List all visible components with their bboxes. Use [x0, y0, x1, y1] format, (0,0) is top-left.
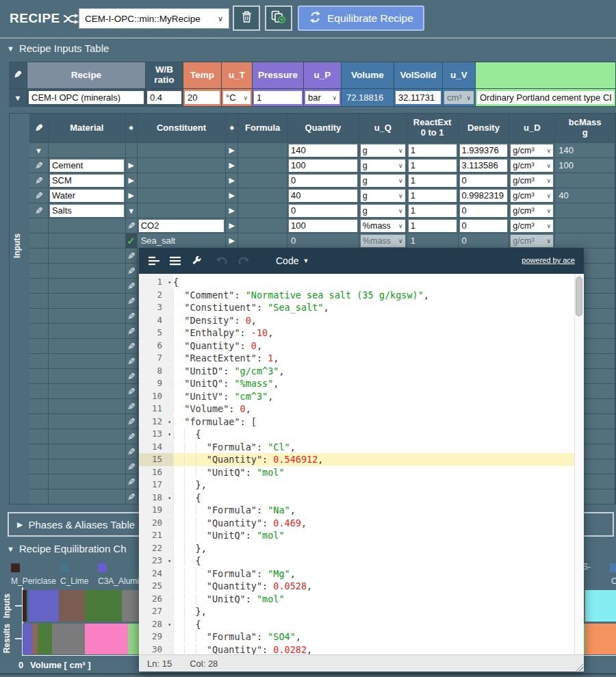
wb-ratio-input[interactable] — [147, 91, 181, 104]
quantity-unit-select[interactable]: g∨ — [361, 144, 405, 157]
material-input[interactable] — [50, 190, 124, 202]
density-input[interactable] — [460, 144, 508, 157]
density-input[interactable] — [460, 205, 508, 217]
pencil-icon[interactable]: ✎ — [127, 311, 136, 322]
pencil-icon[interactable]: ✎ — [35, 160, 43, 171]
quantity-input[interactable] — [289, 190, 357, 202]
triangle-right-icon[interactable]: ▶ — [128, 176, 133, 185]
temp-unit-select[interactable]: °C∨ — [223, 91, 251, 104]
check-icon[interactable]: ✓ — [127, 235, 136, 247]
material-input[interactable] — [50, 159, 124, 172]
reactext-input[interactable] — [409, 159, 457, 172]
triangle-right-icon[interactable]: ▶ — [128, 191, 133, 200]
recipe-inputs-section-header[interactable]: ▼ Recipe Inputs Table — [7, 42, 109, 54]
fold-toggle-icon[interactable]: ▾ — [168, 416, 171, 429]
quantity-unit-select[interactable]: g∨ — [361, 205, 405, 217]
align-left-icon[interactable] — [149, 257, 160, 266]
material-input[interactable] — [50, 175, 124, 187]
quantity-input[interactable] — [289, 144, 357, 157]
pressure-unit-select[interactable]: bar∨ — [305, 91, 339, 104]
recipe-description-input[interactable] — [477, 91, 614, 104]
temp-input[interactable] — [185, 91, 220, 104]
constituent-input[interactable] — [139, 220, 224, 232]
pencil-icon[interactable]: ✎ — [35, 123, 43, 133]
quantity-input[interactable] — [289, 159, 357, 172]
density-input[interactable] — [460, 175, 508, 187]
reactext-input[interactable] — [409, 144, 457, 157]
pencil-icon[interactable]: ✎ — [127, 371, 136, 382]
triangle-right-icon[interactable]: ▶ — [229, 236, 235, 245]
recipe-select[interactable]: CEM-I-OPC::min::MyRecipe ∨ — [79, 8, 229, 29]
pencil-icon[interactable]: ✎ — [127, 341, 136, 352]
pencil-icon[interactable]: ✎ — [127, 266, 136, 277]
wrench-icon[interactable] — [191, 255, 202, 266]
quantity-input[interactable] — [289, 175, 357, 187]
justify-icon[interactable] — [170, 257, 181, 266]
triangle-right-icon[interactable]: ▶ — [229, 191, 235, 200]
quantity-unit-select[interactable]: g∨ — [361, 159, 405, 172]
reactext-input[interactable] — [409, 205, 457, 217]
powered-by-ace-link[interactable]: powered by ace — [522, 256, 575, 264]
triangle-right-icon[interactable]: ▶ — [128, 161, 133, 170]
row-collapse-cell[interactable]: ▼ — [9, 89, 27, 107]
material-input[interactable] — [50, 205, 124, 217]
quantity-unit-select[interactable]: %mass∨ — [361, 220, 405, 232]
pencil-icon[interactable]: ✎ — [127, 356, 136, 367]
pencil-icon[interactable]: ✎ — [127, 220, 136, 231]
density-unit-select[interactable]: g/cm³∨ — [511, 175, 553, 187]
pencil-icon[interactable]: ✎ — [35, 175, 43, 186]
reactext-input[interactable] — [409, 190, 457, 202]
fold-toggle-icon[interactable]: ▾ — [168, 619, 171, 632]
density-unit-select[interactable]: g/cm³∨ — [511, 144, 553, 157]
clone-view-button[interactable] — [265, 5, 292, 31]
pencil-icon[interactable]: ✎ — [127, 281, 136, 292]
quantity-unit-select[interactable]: g∨ — [361, 175, 405, 187]
density-input[interactable] — [460, 159, 508, 172]
triangle-right-icon[interactable]: ▶ — [229, 161, 235, 170]
resize-handle-icon[interactable] — [574, 662, 583, 671]
equilibrate-recipe-button[interactable]: Equilibrate Recipe — [298, 5, 424, 31]
triangle-down-icon[interactable]: ▼ — [35, 146, 42, 155]
pencil-icon[interactable]: ✎ — [127, 431, 136, 442]
scrollbar-thumb[interactable] — [576, 277, 582, 316]
density-input[interactable] — [460, 220, 508, 232]
pencil-icon[interactable]: ✎ — [127, 446, 136, 457]
recipe-name-input[interactable] — [29, 91, 144, 104]
fold-toggle-icon[interactable]: ▾ — [168, 555, 171, 568]
pencil-icon[interactable]: ✎ — [127, 326, 136, 337]
pencil-icon[interactable]: ✎ — [127, 401, 136, 412]
quantity-input[interactable] — [289, 220, 357, 232]
triangle-right-icon[interactable]: ▶ — [229, 176, 235, 185]
fold-toggle-icon[interactable]: ▾ — [168, 429, 171, 442]
quantity-unit-select[interactable]: g∨ — [361, 190, 405, 202]
editor-mode-select[interactable]: Code ▼ — [276, 255, 309, 266]
pencil-icon[interactable]: ✎ — [35, 190, 43, 201]
pencil-icon[interactable]: ✎ — [127, 461, 136, 472]
density-unit-select[interactable]: g/cm³∨ — [511, 159, 553, 172]
equilibration-section-header[interactable]: ▼ Recipe Equilibration Ch — [7, 543, 127, 554]
density-unit-select[interactable]: g/cm³∨ — [511, 220, 553, 232]
density-unit-select[interactable]: g/cm³∨ — [511, 190, 553, 202]
pressure-input[interactable] — [254, 91, 302, 104]
pencil-icon[interactable]: ✎ — [127, 251, 136, 261]
editor-scrollbar[interactable] — [574, 274, 584, 655]
triangle-right-icon[interactable]: ▶ — [229, 206, 235, 215]
reactext-input[interactable] — [409, 220, 457, 232]
delete-recipe-button[interactable] — [233, 5, 260, 31]
triangle-down-icon[interactable]: ▼ — [127, 207, 135, 215]
pencil-icon[interactable]: ✎ — [127, 416, 136, 427]
volsolid-input[interactable] — [396, 91, 441, 104]
quantity-input[interactable] — [289, 205, 357, 217]
triangle-right-icon[interactable]: ▶ — [229, 221, 235, 230]
fold-toggle-icon[interactable]: ▾ — [168, 277, 171, 290]
pencil-icon[interactable]: ✎ — [127, 386, 136, 397]
pencil-icon[interactable]: ✎ — [35, 205, 43, 216]
editor-code-area[interactable]: { "Comment": "Normative sea salt (35 g/k… — [173, 274, 575, 655]
pencil-icon[interactable]: ✎ — [127, 491, 136, 502]
pencil-icon[interactable]: ✎ — [127, 476, 136, 487]
density-input[interactable] — [460, 190, 508, 202]
triangle-right-icon[interactable]: ▶ — [229, 146, 235, 155]
density-unit-select[interactable]: g/cm³∨ — [511, 205, 553, 217]
reactext-input[interactable] — [409, 175, 457, 187]
pencil-icon[interactable]: ✎ — [127, 296, 136, 307]
